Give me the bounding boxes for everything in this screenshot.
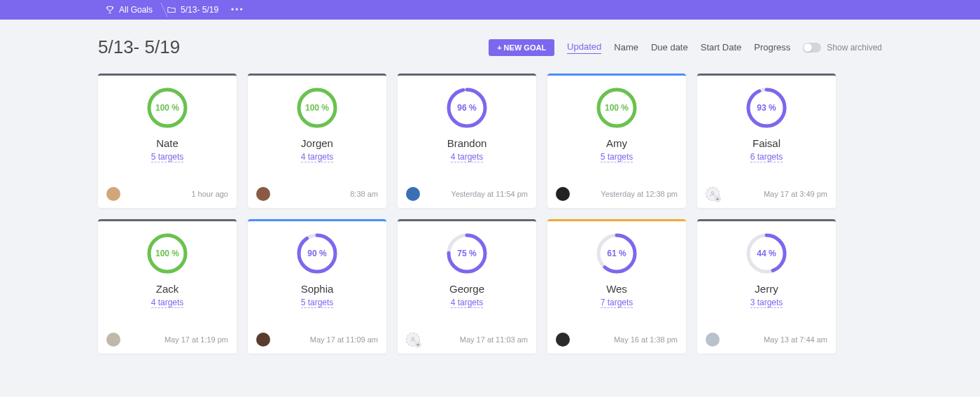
avatar[interactable] — [556, 333, 570, 347]
avatar[interactable] — [556, 187, 570, 201]
sort-updated[interactable]: Updated — [567, 41, 601, 54]
show-archived-toggle[interactable] — [803, 43, 821, 53]
breadcrumb-current[interactable]: 5/13- 5/19 — [160, 0, 225, 20]
svg-point-10 — [711, 192, 713, 194]
breadcrumb-all-goals[interactable]: All Goals — [98, 0, 160, 20]
new-goal-button[interactable]: + NEW GOAL — [489, 39, 554, 56]
progress-percent: 100 % — [146, 87, 188, 129]
goal-timestamp: May 17 at 11:09 am — [310, 335, 378, 344]
targets-link[interactable]: 3 targets — [750, 298, 783, 308]
progress-ring: 96 % — [446, 87, 488, 129]
goal-timestamp: May 17 at 3:49 pm — [764, 190, 827, 198]
targets-link[interactable]: 5 targets — [301, 298, 334, 308]
goal-owner-name: Wes — [606, 283, 627, 295]
progress-ring: 44 % — [746, 232, 788, 274]
goal-card[interactable]: 75 % George 4 targets + May 17 at 11:03 … — [398, 219, 536, 354]
header-controls: + NEW GOAL Updated Name Due date Start D… — [489, 39, 882, 56]
goal-timestamp: May 17 at 11:03 am — [460, 335, 528, 344]
progress-percent: 90 % — [296, 232, 338, 274]
goal-card[interactable]: 96 % Brandon 4 targets Yesterday at 11:5… — [398, 74, 536, 208]
goal-timestamp: Yesterday at 11:54 pm — [451, 190, 528, 198]
sort-name[interactable]: Name — [614, 42, 638, 53]
progress-percent: 100 % — [146, 232, 188, 274]
sort-due-date[interactable]: Due date — [651, 42, 688, 53]
targets-link[interactable]: 5 targets — [601, 152, 634, 162]
goal-owner-name: Amy — [606, 137, 627, 149]
avatar[interactable] — [106, 333, 120, 347]
targets-link[interactable]: 4 targets — [151, 298, 184, 308]
goal-timestamp: May 17 at 1:19 pm — [164, 335, 228, 344]
avatar[interactable] — [256, 333, 270, 347]
progress-percent: 100 % — [296, 87, 338, 129]
breadcrumb-bar: All Goals 5/13- 5/19 ••• — [0, 0, 980, 20]
goal-owner-name: Jerry — [755, 283, 778, 295]
page-header: 5/13- 5/19 + NEW GOAL Updated Name Due d… — [98, 36, 882, 58]
targets-link[interactable]: 6 targets — [750, 152, 783, 162]
goal-owner-name: Faisal — [752, 137, 780, 149]
goal-timestamp: May 13 at 7:44 am — [764, 335, 827, 344]
goal-card[interactable]: 100 % Jorgen 4 targets 8:38 am — [248, 74, 386, 208]
goal-card[interactable]: 44 % Jerry 3 targets May 13 at 7:44 am — [697, 219, 836, 354]
goal-card[interactable]: 93 % Faisal 6 targets + May 17 at 3:49 p… — [697, 74, 836, 208]
targets-link[interactable]: 4 targets — [451, 298, 484, 308]
goal-timestamp: Yesterday at 12:38 pm — [601, 190, 678, 198]
progress-ring: 100 % — [596, 87, 638, 129]
goal-card[interactable]: 100 % Zack 4 targets May 17 at 1:19 pm — [98, 219, 237, 354]
progress-ring: 90 % — [296, 232, 338, 274]
progress-percent: 93 % — [746, 87, 788, 129]
goal-card[interactable]: 61 % Wes 7 targets May 16 at 1:38 pm — [547, 219, 686, 354]
avatar[interactable] — [406, 187, 420, 201]
progress-percent: 100 % — [596, 87, 638, 129]
goal-owner-name: Jorgen — [301, 137, 333, 149]
progress-ring: 100 % — [146, 232, 188, 274]
page-title: 5/13- 5/19 — [98, 36, 180, 58]
goal-timestamp: 8:38 am — [350, 190, 378, 198]
progress-percent: 61 % — [596, 232, 638, 274]
goal-owner-name: Zack — [156, 283, 179, 295]
goal-owner-name: Nate — [156, 137, 178, 149]
goal-owner-name: Brandon — [447, 137, 487, 149]
avatar-unassigned[interactable]: + — [706, 187, 720, 201]
goal-card[interactable]: 100 % Amy 5 targets Yesterday at 12:38 p… — [547, 74, 686, 208]
trophy-icon — [105, 5, 115, 15]
goals-grid: 100 % Nate 5 targets 1 hour ago 100 % Jo… — [98, 74, 882, 354]
avatar-unassigned[interactable]: + — [406, 333, 420, 347]
sort-progress[interactable]: Progress — [754, 42, 790, 53]
progress-percent: 75 % — [446, 232, 488, 274]
avatar[interactable] — [106, 187, 120, 201]
progress-ring: 93 % — [746, 87, 788, 129]
progress-percent: 96 % — [446, 87, 488, 129]
progress-ring: 61 % — [596, 232, 638, 274]
progress-ring: 75 % — [446, 232, 488, 274]
goal-timestamp: 1 hour ago — [191, 190, 228, 198]
breadcrumb-current-label: 5/13- 5/19 — [181, 5, 218, 15]
show-archived-label: Show archived — [827, 43, 882, 53]
breadcrumb-all-goals-label: All Goals — [119, 5, 153, 15]
sort-start-date[interactable]: Start Date — [701, 42, 742, 53]
targets-link[interactable]: 7 targets — [601, 298, 634, 308]
targets-link[interactable]: 4 targets — [301, 152, 334, 162]
folder-icon — [167, 5, 176, 15]
goal-owner-name: George — [449, 283, 484, 295]
goal-owner-name: Sophia — [301, 283, 334, 295]
targets-link[interactable]: 4 targets — [451, 152, 484, 162]
avatar[interactable] — [706, 333, 720, 347]
goal-card[interactable]: 100 % Nate 5 targets 1 hour ago — [98, 74, 237, 208]
progress-ring: 100 % — [296, 87, 338, 129]
goal-timestamp: May 16 at 1:38 pm — [614, 335, 678, 344]
goal-card[interactable]: 90 % Sophia 5 targets May 17 at 11:09 am — [248, 219, 386, 354]
targets-link[interactable]: 5 targets — [151, 152, 184, 162]
progress-ring: 100 % — [146, 87, 188, 129]
progress-percent: 44 % — [746, 232, 788, 274]
svg-point-17 — [412, 337, 414, 340]
avatar[interactable] — [256, 187, 270, 201]
breadcrumb-more-icon[interactable]: ••• — [225, 5, 244, 15]
